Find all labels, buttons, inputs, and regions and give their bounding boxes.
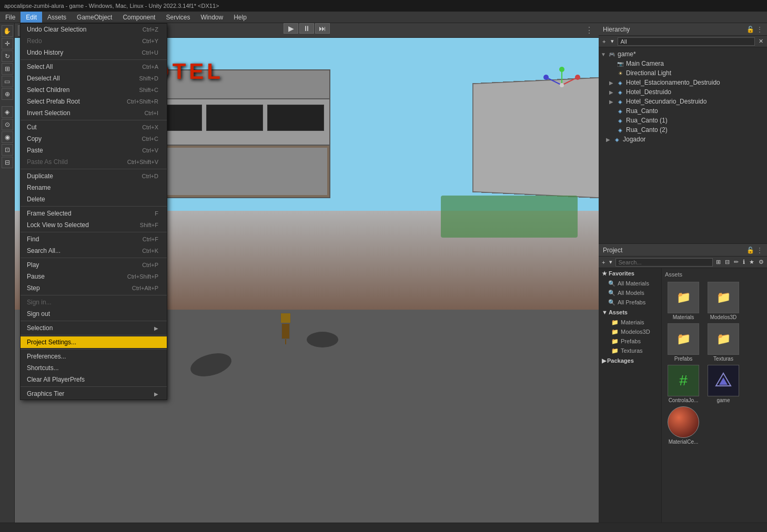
tool-custom3[interactable]: ◉ (2, 131, 13, 143)
fav-all-models[interactable]: 🔍 All Models (599, 288, 661, 298)
menu-rename[interactable]: Rename (21, 182, 167, 193)
menu-undo-history[interactable]: Undo History Ctrl+U (21, 47, 167, 58)
hierarchy-search[interactable] (618, 37, 755, 46)
tool-move[interactable]: ✛ (2, 38, 13, 49)
title-bar: apocalipse-zumbi-alura - game - Windows,… (0, 0, 767, 12)
tool-scale[interactable]: ⊞ (2, 63, 13, 75)
asset-modelos3d-folder[interactable]: 📁 Modelos3D (705, 282, 742, 320)
tool-hand[interactable]: ✋ (2, 25, 13, 37)
hierarchy-more-btn[interactable]: ⋮ (756, 26, 763, 33)
menu-selection[interactable]: Selection ▶ (21, 322, 167, 334)
tool-custom5[interactable]: ⊟ (2, 157, 13, 168)
menu-edit[interactable]: Edit (21, 12, 42, 23)
separator-3 (21, 169, 167, 169)
hierarchy-lock-btn[interactable]: 🔓 (746, 26, 754, 33)
asset-game-scene[interactable]: game (705, 365, 742, 403)
tree-item-hotel-secundario[interactable]: ▶ ◈ Hotel_Secundario_Destruido (599, 97, 767, 106)
menu-search-all[interactable]: Search All... Ctrl+K (21, 245, 167, 257)
packages-section-header[interactable]: ▶ Packages (599, 355, 661, 366)
scene-more-btn[interactable]: ⋮ (583, 26, 596, 35)
folder-texturas[interactable]: 📁 Texturas (599, 346, 661, 355)
assets-section-header[interactable]: ▼ Assets (599, 307, 661, 318)
menu-help[interactable]: Help (228, 12, 252, 23)
project-view-btn3[interactable]: ✏ (733, 259, 740, 265)
menu-lock-view[interactable]: Lock View to Selected Shift+F (21, 219, 167, 231)
tree-item-hotel-destruido[interactable]: ▶ ◈ Hotel_Destruido (599, 87, 767, 97)
folder-modelos3d[interactable]: 📁 Modelos3D (599, 327, 661, 336)
tree-item-rua-canto-1[interactable]: ◈ Rua_Canto (1) (599, 116, 767, 125)
project-settings-btn[interactable]: ⚙ (758, 259, 765, 265)
play-button[interactable]: ▶ (284, 23, 298, 34)
tree-item-directional-light[interactable]: ☀ Directional Light (599, 68, 767, 78)
separator-6 (21, 258, 167, 258)
svg-point-6 (560, 83, 564, 87)
menu-assets[interactable]: Assets (42, 12, 72, 23)
hierarchy-filter-btn[interactable]: ▾ (609, 38, 615, 45)
menu-undo[interactable]: Undo Clear Selection Ctrl+Z (21, 24, 167, 35)
menu-delete[interactable]: Delete (21, 193, 167, 205)
tool-rect[interactable]: ▭ (2, 76, 13, 87)
folder-materiais[interactable]: 📁 Materiais (599, 318, 661, 327)
hierarchy-search-close-btn[interactable]: ✕ (757, 38, 765, 45)
menu-file[interactable]: File (0, 12, 21, 23)
hierarchy-add-btn[interactable]: + (601, 38, 607, 45)
tree-item-rua-canto-2[interactable]: ◈ Rua_Canto (2) (599, 125, 767, 135)
menu-duplicate[interactable]: Duplicate Ctrl+D (21, 170, 167, 182)
pause-button[interactable]: ⏸ (299, 23, 314, 34)
project-search[interactable] (615, 258, 713, 267)
project-panel: Project 🔓 ⋮ + ▾ ⊞ ⊟ ✏ ℹ ★ ⚙ ★ Favorites (599, 244, 767, 532)
menu-select-all[interactable]: Select All Ctrl+A (21, 61, 167, 73)
menu-window[interactable]: Window (195, 12, 228, 23)
project-more-btn[interactable]: ⋮ (756, 247, 763, 254)
menu-play[interactable]: Play Ctrl+P (21, 259, 167, 271)
project-info-btn[interactable]: ℹ (742, 259, 746, 265)
fav-all-materials[interactable]: 🔍 All Materials (599, 279, 661, 288)
menu-pause[interactable]: Pause Ctrl+Shift+P (21, 271, 167, 282)
menu-preferences[interactable]: Preferences... (21, 351, 167, 362)
menu-project-settings[interactable]: Project Settings... (21, 336, 167, 348)
menu-gameobject[interactable]: GameObject (72, 12, 117, 23)
menu-select-prefab-root[interactable]: Select Prefab Root Ctrl+Shift+R (21, 96, 167, 107)
tree-item-jogador[interactable]: ▶ ◈ Jogador (599, 135, 767, 144)
tool-rotate[interactable]: ↻ (2, 50, 13, 62)
step-button[interactable]: ⏭ (315, 23, 330, 34)
menu-copy[interactable]: Copy Ctrl+C (21, 133, 167, 145)
menu-select-children[interactable]: Select Children Shift+C (21, 84, 167, 96)
asset-material-ceu[interactable]: MaterialCe... (665, 406, 702, 445)
asset-controlajo-script[interactable]: # ControlaJo... (665, 365, 702, 403)
menu-step[interactable]: Step Ctrl+Alt+P (21, 282, 167, 294)
project-add-btn[interactable]: + (601, 259, 606, 265)
menu-deselect-all[interactable]: Deselect All Shift+D (21, 73, 167, 84)
menu-invert-selection[interactable]: Invert Selection Ctrl+I (21, 107, 167, 119)
tree-item-hotel-estacionamento[interactable]: ▶ ◈ Hotel_Estacionamento_Destruido (599, 78, 767, 87)
tool-custom1[interactable]: ◈ (2, 106, 13, 118)
separator-1 (21, 59, 167, 60)
menu-frame-selected[interactable]: Frame Selected F (21, 208, 167, 219)
tool-transform[interactable]: ⊕ (2, 88, 13, 100)
project-lock-btn[interactable]: 🔓 (746, 247, 754, 254)
tree-item-main-camera[interactable]: 📷 Main Camera (599, 59, 767, 68)
project-view-btn2[interactable]: ⊟ (724, 259, 731, 265)
menu-clear-playerprefs[interactable]: Clear All PlayerPrefs (21, 374, 167, 385)
menu-graphics-tier[interactable]: Graphics Tier ▶ (21, 388, 167, 400)
menu-paste[interactable]: Paste Ctrl+V (21, 145, 167, 156)
menu-component[interactable]: Component (117, 12, 160, 23)
asset-prefabs-folder[interactable]: 📁 Prefabs (665, 323, 702, 362)
folder-prefabs[interactable]: 📁 Prefabs (599, 336, 661, 346)
menu-sign-out[interactable]: Sign out (21, 308, 167, 320)
project-star-btn[interactable]: ★ (748, 259, 755, 265)
fav-all-prefabs[interactable]: 🔍 All Prefabs (599, 298, 661, 307)
asset-materials-folder[interactable]: 📁 Materials (665, 282, 702, 320)
menu-find[interactable]: Find Ctrl+F (21, 233, 167, 245)
project-filter-btn[interactable]: ▾ (608, 259, 613, 265)
menu-cut[interactable]: Cut Ctrl+X (21, 121, 167, 133)
tree-item-game[interactable]: ▼ 🎮 game* (599, 49, 767, 59)
project-view-btn1[interactable]: ⊞ (715, 259, 722, 265)
menu-services[interactable]: Services (160, 12, 195, 23)
favorites-header[interactable]: ★ Favorites (599, 268, 661, 279)
tool-custom2[interactable]: ⊙ (2, 119, 13, 130)
asset-texturas-folder[interactable]: 📁 Texturas (705, 323, 742, 362)
menu-shortcuts[interactable]: Shortcuts... (21, 362, 167, 374)
tool-custom4[interactable]: ⊡ (2, 144, 13, 156)
tree-item-rua-canto[interactable]: ◈ Rua_Canto (599, 106, 767, 116)
